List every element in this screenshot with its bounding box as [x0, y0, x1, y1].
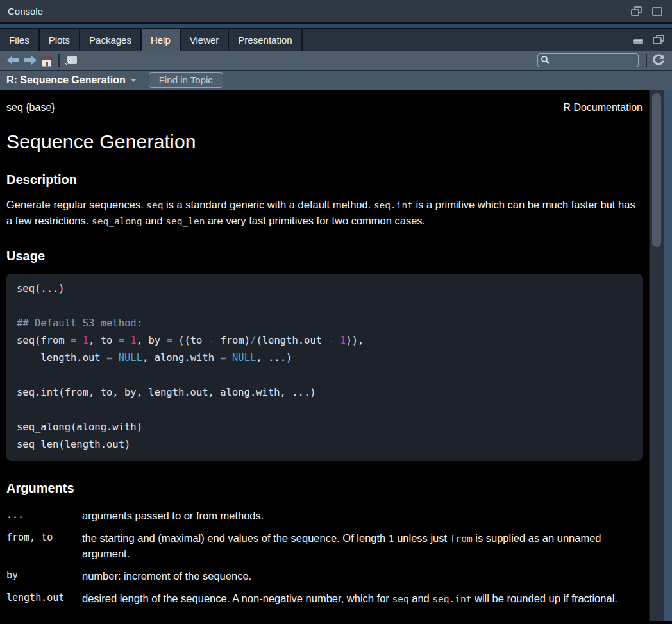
usage-code-block: seq(...) ## Default S3 method:seq(from =…: [6, 274, 643, 461]
arguments-heading: Arguments: [6, 481, 643, 496]
tab-packages[interactable]: Packages: [80, 29, 142, 51]
argument-name: from, to: [6, 531, 82, 561]
argument-name: ...: [6, 509, 82, 523]
doc-source-label: R Documentation: [563, 102, 643, 114]
pane-restore-icon[interactable]: [651, 33, 666, 46]
help-content: seq {base} R Documentation Sequence Gene…: [0, 90, 672, 621]
description-heading: Description: [6, 173, 643, 187]
back-icon[interactable]: [5, 53, 22, 68]
tab-plots[interactable]: Plots: [40, 29, 80, 51]
usage-heading: Usage: [6, 249, 643, 264]
argument-name: by: [6, 569, 82, 584]
topic-title-dropdown[interactable]: R: Sequence Generation: [6, 74, 136, 86]
tab-files-label: Files: [9, 35, 29, 46]
console-restore-icon[interactable]: [630, 5, 644, 18]
argument-name: length.out: [6, 591, 82, 607]
topic-bar: R: Sequence Generation Find in Topic: [0, 71, 672, 90]
pane-tab-bar: Files Plots Packages Help Viewer Present…: [0, 29, 672, 51]
tab-presentation-label: Presentation: [238, 35, 292, 46]
vertical-scrollbar[interactable]: [649, 90, 664, 621]
argument-description: desired length of the sequence. A non-ne…: [82, 591, 643, 607]
rstudio-help-pane: Console Files Plots Packages Help Viewer…: [0, 0, 672, 624]
help-search: [537, 53, 639, 67]
pane-accent-strip: [0, 24, 672, 29]
pane-window-buttons: [631, 29, 672, 51]
tab-help[interactable]: Help: [142, 29, 181, 51]
refresh-icon[interactable]: [650, 53, 667, 68]
scrollbar-thumb[interactable]: [652, 93, 661, 247]
argument-description: the starting and (maximal) end values of…: [82, 531, 643, 561]
tab-presentation[interactable]: Presentation: [229, 29, 302, 51]
window-frame-edge: [664, 90, 672, 621]
chevron-down-icon: [131, 79, 136, 82]
console-titlebar: Console: [0, 0, 672, 24]
doc-package-label: seq {base}: [6, 102, 55, 114]
home-icon[interactable]: [38, 53, 55, 68]
console-window-buttons: [630, 5, 664, 18]
page-title: Sequence Generation: [6, 131, 643, 153]
arguments-table: ... arguments passed to or from methods.…: [6, 509, 643, 607]
tab-help-label: Help: [151, 35, 171, 46]
argument-description: arguments passed to or from methods.: [82, 509, 643, 523]
tab-bar-spacer: [303, 29, 631, 51]
tab-viewer[interactable]: Viewer: [181, 29, 230, 51]
tab-packages-label: Packages: [89, 35, 131, 46]
topic-title-label: R: Sequence Generation: [6, 74, 126, 86]
doc-header: seq {base} R Documentation: [6, 102, 643, 114]
help-toolbar: [0, 51, 672, 71]
search-refresh-separator: [646, 54, 647, 67]
description-paragraph: Generate regular sequences. seq is a sta…: [6, 197, 643, 229]
tab-files[interactable]: Files: [0, 29, 40, 51]
argument-description: number: increment of the sequence.: [82, 569, 643, 584]
tab-viewer-label: Viewer: [190, 35, 219, 46]
tab-plots-label: Plots: [49, 35, 70, 46]
find-in-topic-button[interactable]: Find in Topic: [149, 72, 223, 88]
console-maximize-icon[interactable]: [650, 5, 664, 18]
help-document: seq {base} R Documentation Sequence Gene…: [0, 90, 649, 621]
forward-icon[interactable]: [22, 53, 38, 68]
pane-minimize-icon[interactable]: [631, 33, 645, 46]
open-in-new-window-icon[interactable]: [63, 53, 80, 68]
search-input[interactable]: [537, 53, 639, 67]
toolbar-separator: [58, 54, 60, 67]
console-title: Console: [8, 6, 43, 17]
